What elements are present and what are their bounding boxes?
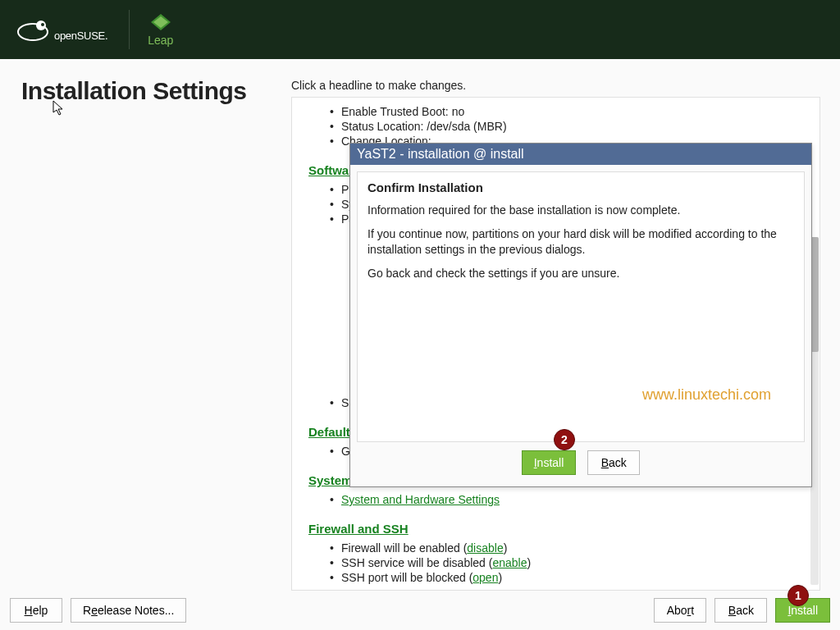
help-button[interactable]: Help bbox=[10, 598, 62, 623]
svg-point-1 bbox=[36, 21, 46, 30]
step-badge-2: 2 bbox=[554, 429, 575, 450]
back-button[interactable]: Back bbox=[714, 598, 767, 623]
boot-item: Status Location: /dev/sda (MBR) bbox=[341, 119, 793, 134]
app-header: openSUSE. Leap bbox=[0, 0, 840, 59]
header-divider bbox=[129, 10, 130, 49]
dialog-p3: Go back and check the settings if you ar… bbox=[368, 266, 794, 281]
opensuse-logo: openSUSE. bbox=[16, 17, 107, 42]
dialog-install-button[interactable]: Install bbox=[522, 450, 577, 475]
system-heading[interactable]: System bbox=[308, 473, 352, 487]
firewall-disable-link[interactable]: disable bbox=[467, 541, 503, 555]
opensuse-brand-text: openSUSE. bbox=[54, 30, 107, 42]
ssh-enable-link[interactable]: enable bbox=[492, 556, 527, 569]
watermark-text: www.linuxtechi.com bbox=[642, 386, 771, 404]
leap-product-text: Leap bbox=[148, 34, 173, 47]
system-item: System and Hardware Settings bbox=[341, 492, 793, 507]
system-hardware-link[interactable]: System and Hardware Settings bbox=[341, 493, 500, 506]
leap-diamond-icon bbox=[149, 12, 172, 32]
abort-button[interactable]: Abort bbox=[654, 598, 706, 623]
firewall-items: Firewall will be enabled (disable) SSH s… bbox=[308, 541, 793, 585]
ssh-service-item: SSH service will be disabled (enable) bbox=[341, 555, 793, 570]
confirm-install-dialog: YaST2 - installation @ install Confirm I… bbox=[349, 143, 812, 487]
dialog-p2: If you continue now, partitions on your … bbox=[368, 226, 794, 258]
dialog-back-button[interactable]: Back bbox=[587, 450, 640, 475]
footer: Help Reelease Notes... Abort Back Instal… bbox=[0, 591, 840, 630]
system-items: System and Hardware Settings bbox=[308, 492, 793, 507]
summary-hint: Click a headline to make changes. bbox=[291, 79, 820, 92]
dialog-title: YaST2 - installation @ install bbox=[350, 144, 811, 165]
dialog-heading: Confirm Installation bbox=[368, 180, 794, 194]
page-title: Installation Settings bbox=[21, 77, 291, 105]
svg-marker-4 bbox=[153, 16, 168, 28]
left-pane: Installation Settings bbox=[0, 59, 291, 591]
release-notes-button[interactable]: Reelease Notes... bbox=[71, 598, 186, 623]
firewall-item: Firewall will be enabled (disable) bbox=[341, 541, 793, 555]
dialog-p1: Information required for the base instal… bbox=[368, 203, 794, 218]
leap-logo: Leap bbox=[148, 12, 173, 47]
step-badge-1: 1 bbox=[788, 585, 809, 606]
ssh-port-item: SSH port will be blocked (open) bbox=[341, 570, 793, 585]
firewall-heading[interactable]: Firewall and SSH bbox=[308, 522, 409, 536]
gecko-icon bbox=[16, 17, 51, 42]
ssh-open-link[interactable]: open bbox=[472, 571, 498, 584]
svg-point-2 bbox=[41, 23, 44, 26]
boot-item: Enable Trusted Boot: no bbox=[341, 104, 793, 119]
dialog-content: Confirm Installation Information require… bbox=[357, 171, 805, 442]
boot-items: Enable Trusted Boot: no Status Location:… bbox=[308, 104, 793, 148]
